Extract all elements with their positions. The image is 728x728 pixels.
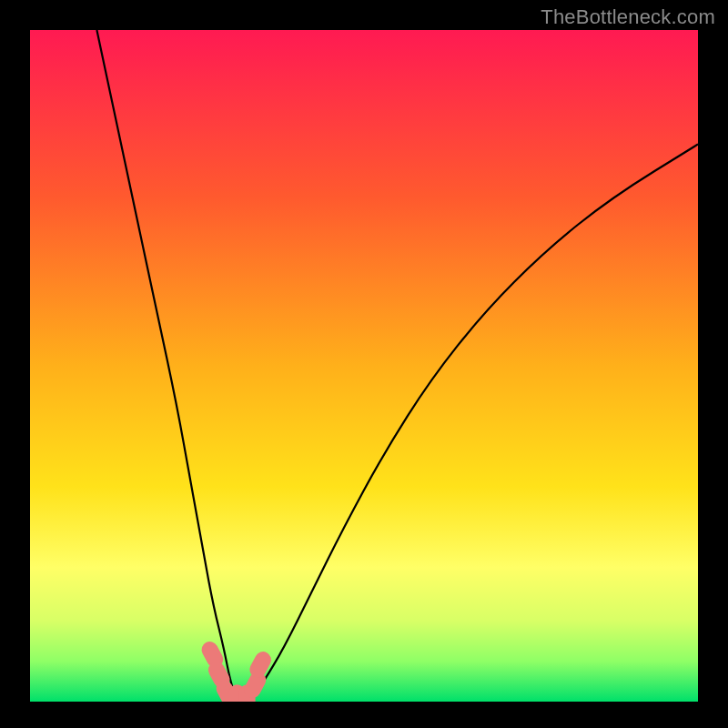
gradient-background xyxy=(30,30,698,702)
attribution-label: TheBottleneck.com xyxy=(541,5,715,29)
bottleneck-chart xyxy=(0,0,728,728)
chart-stage: TheBottleneck.com xyxy=(0,0,728,728)
